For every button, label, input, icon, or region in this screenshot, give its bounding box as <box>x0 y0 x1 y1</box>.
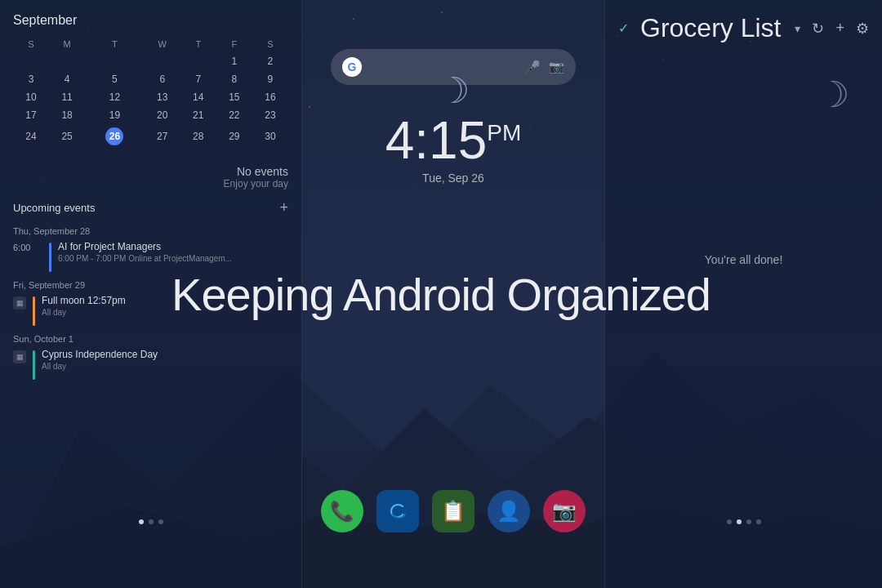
dot-3 <box>158 519 163 524</box>
right-dot-4 <box>756 519 761 524</box>
camera-app-icon[interactable]: 📷 <box>543 490 586 532</box>
cal-day: 21 <box>180 106 216 124</box>
right-header: ✓ Grocery List ▾ ↻ + ⚙ <box>605 0 882 51</box>
dot-2 <box>149 519 154 524</box>
panels-container: September S M T W T F S <box>0 0 882 588</box>
clock-display: 4:15PM Tue, Sep 26 <box>385 114 522 185</box>
cal-day: 3 <box>13 70 49 88</box>
cal-day: 30 <box>252 124 288 149</box>
cal-day: 29 <box>216 124 252 149</box>
notes-app-icon[interactable]: 📋 <box>432 490 474 532</box>
event-date-fri: Fri, September 29 <box>13 280 288 290</box>
cal-header-f: F <box>216 36 252 52</box>
settings-button[interactable]: ⚙ <box>856 20 869 38</box>
event-title-1: AI for Project Managers <box>58 241 232 252</box>
cal-day <box>13 52 49 70</box>
cal-header-w: W <box>145 36 180 52</box>
event-icon-cyprus: ▦ <box>13 350 26 363</box>
cal-header-t1: T <box>85 36 145 52</box>
enjoy-text: Enjoy your day <box>13 178 288 189</box>
right-dots <box>605 519 882 524</box>
edge-app-icon[interactable] <box>376 490 419 532</box>
cal-day: 5 <box>85 70 145 88</box>
cal-day: 28 <box>180 124 216 149</box>
refresh-button[interactable]: ↻ <box>812 20 824 38</box>
event-date-sun: Sun, October 1 <box>13 334 288 344</box>
cal-day: 18 <box>49 106 85 124</box>
cal-day <box>85 52 145 70</box>
event-details-3: Cyprus Independence Day All day <box>42 349 158 371</box>
moon-icon-right: ☽ <box>817 74 849 115</box>
cal-day: 9 <box>252 70 288 88</box>
cal-day: 24 <box>13 124 49 149</box>
cal-day <box>180 52 216 70</box>
all-done-status: You're all done! <box>605 253 882 266</box>
cal-day: 11 <box>49 88 85 106</box>
cal-day: 16 <box>252 88 288 106</box>
event-bar-3 <box>33 350 35 380</box>
event-date-thu: Thu, September 28 <box>13 226 288 236</box>
event-bar-2 <box>33 296 35 326</box>
grocery-list-title: Grocery List <box>640 13 783 43</box>
camera-search-icon[interactable]: 📷 <box>549 60 564 74</box>
cal-day: 1 <box>216 52 252 70</box>
event-sub-2: All day <box>42 308 126 317</box>
cal-day: 22 <box>216 106 252 124</box>
cal-day: 12 <box>85 88 145 106</box>
phone-app-icon[interactable]: 📞 <box>321 490 363 532</box>
cal-day: 10 <box>13 88 49 106</box>
calendar-month: September <box>13 13 288 28</box>
clock-hours-minutes: 4:15 <box>385 111 488 170</box>
add-event-button[interactable]: + <box>279 199 288 216</box>
cal-header-s: S <box>13 36 49 52</box>
no-events-text: No events <box>13 165 288 178</box>
google-logo: G <box>342 57 362 77</box>
left-panel: September S M T W T F S <box>0 0 302 588</box>
center-panel: G 🎤 📷 ☽ 4:15PM Tue, Sep 26 📞 📋 👤 <box>302 0 604 588</box>
cal-day <box>49 52 85 70</box>
event-item-ai: 6:00 AI for Project Managers 6:00 PM - 7… <box>13 241 288 272</box>
event-title-2: Full moon 12:57pm <box>42 295 126 306</box>
clock-period: PM <box>487 120 521 145</box>
check-icon: ✓ <box>618 20 629 36</box>
no-events-area: No events Enjoy your day <box>13 165 288 189</box>
chevron-down-icon[interactable]: ▾ <box>795 22 800 35</box>
event-item-cyprus: ▦ Cyprus Independence Day All day <box>13 349 288 380</box>
cal-header-t2: T <box>180 36 216 52</box>
cal-day: 15 <box>216 88 252 106</box>
event-icon-moon: ▦ <box>13 296 26 310</box>
cal-day: 27 <box>145 124 180 149</box>
event-sub-3: All day <box>42 362 158 371</box>
event-title-3: Cyprus Independence Day <box>42 349 158 360</box>
cal-day: 25 <box>49 124 85 149</box>
cal-day: 14 <box>180 88 216 106</box>
mic-icon[interactable]: 🎤 <box>524 60 541 75</box>
cal-day: 8 <box>216 70 252 88</box>
right-dot-2 <box>737 519 742 524</box>
cal-day: 6 <box>145 70 180 88</box>
right-dot-3 <box>746 519 751 524</box>
cal-today: 26 <box>85 124 145 149</box>
add-item-button[interactable]: + <box>835 20 844 37</box>
app-dock: 📞 📋 👤 📷 <box>321 490 586 532</box>
event-details-2: Full moon 12:57pm All day <box>42 295 126 317</box>
contacts-app-icon[interactable]: 👤 <box>488 490 530 532</box>
right-panel: ✓ Grocery List ▾ ↻ + ⚙ ☽ You're all done… <box>604 0 882 588</box>
cal-day: 13 <box>145 88 180 106</box>
cal-day: 23 <box>252 106 288 124</box>
dot-1 <box>139 519 144 524</box>
event-time-1: 6:00 <box>13 243 42 252</box>
left-dots <box>0 519 301 524</box>
upcoming-title: Upcoming events + <box>13 199 288 216</box>
calendar-grid: S M T W T F S <box>13 36 288 149</box>
event-details-1: AI for Project Managers 6:00 PM - 7:00 P… <box>58 241 232 263</box>
event-item-moon: ▦ Full moon 12:57pm All day <box>13 295 288 326</box>
clock-time: 4:15PM <box>385 114 522 167</box>
event-sub-1: 6:00 PM - 7:00 PM Online at ProjectManag… <box>58 254 232 263</box>
cal-header-m: M <box>49 36 85 52</box>
cal-day: 19 <box>85 106 145 124</box>
right-dot-1 <box>727 519 732 524</box>
cal-day: 20 <box>145 106 180 124</box>
cal-day: 4 <box>49 70 85 88</box>
cal-header-s2: S <box>252 36 288 52</box>
